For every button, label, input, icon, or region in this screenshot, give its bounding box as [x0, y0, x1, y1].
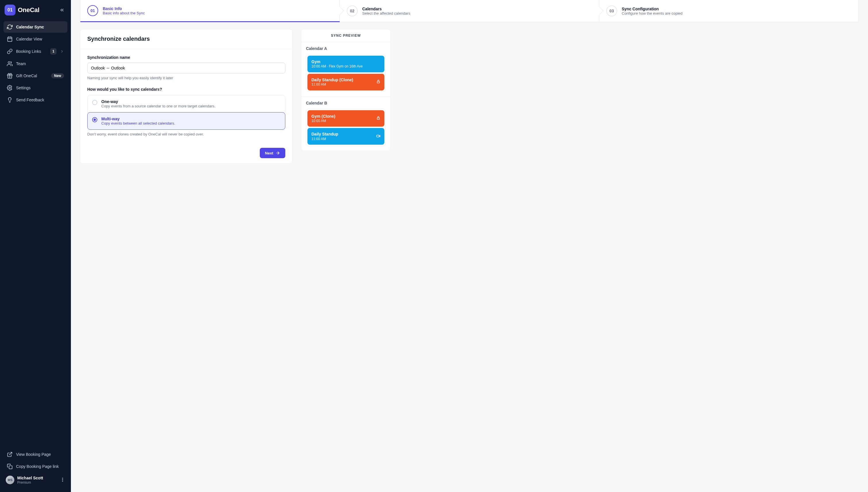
sidebar-nav: Calendar Sync Calendar View Booking Link… — [0, 21, 71, 446]
sidebar-item-booking-links[interactable]: Booking Links 1 — [3, 45, 68, 57]
preview-calendar-b: Calendar B Gym (Clone) 10:00 AM — [301, 96, 390, 151]
video-icon — [376, 134, 380, 139]
svg-line-8 — [9, 452, 12, 455]
brand-logo[interactable]: 01 OneCal — [5, 5, 39, 16]
sidebar-item-team[interactable]: Team — [3, 58, 68, 70]
event-subtitle: 11:00 AM — [312, 82, 353, 87]
user-plan: Premium — [17, 481, 57, 485]
preview-calendar-a: Calendar A Gym 10:00 AM · Flex Gym on 16… — [301, 42, 390, 96]
nav-label: Copy Booking Page link — [16, 464, 64, 469]
step-number: 01 — [87, 5, 98, 16]
collapse-sidebar-button[interactable] — [58, 6, 66, 14]
nav-label: View Booking Page — [16, 452, 64, 457]
event-title: Gym — [312, 59, 363, 64]
step-number: 02 — [347, 5, 358, 16]
form-card: Synchronize calendars Synchronization na… — [80, 29, 293, 164]
preview-event: Daily Standup 11:00 AM — [307, 128, 385, 145]
svg-point-10 — [62, 478, 63, 478]
more-vertical-icon[interactable] — [60, 477, 65, 483]
svg-point-11 — [62, 479, 63, 480]
calendar-icon — [7, 36, 13, 42]
event-subtitle: 11:00 AM — [312, 137, 338, 142]
step-calendars[interactable]: 02 Calendars Select the affected calenda… — [340, 0, 599, 22]
step-basic-info[interactable]: 01 Basic Info Basic info about the Sync — [80, 0, 340, 22]
svg-rect-16 — [377, 135, 379, 137]
nav-label: Send Feedback — [16, 98, 64, 102]
sync-mode-label: How would you like to sync calendars? — [87, 87, 285, 92]
stepper: 01 Basic Info Basic info about the Sync … — [80, 0, 859, 22]
brand-name: OneCal — [18, 6, 39, 14]
radio-icon — [92, 100, 97, 105]
svg-point-12 — [62, 481, 63, 482]
nav-label: Settings — [16, 85, 64, 90]
gear-icon — [7, 85, 13, 91]
event-subtitle: 10:00 AM — [312, 119, 335, 123]
step-number: 03 — [606, 5, 617, 16]
link-icon — [7, 49, 13, 54]
next-button[interactable]: Next — [260, 148, 285, 158]
svg-rect-14 — [377, 81, 379, 83]
radio-title: Multi-way — [101, 117, 175, 121]
preview-event: Daily Standup (Clone) 11:00 AM — [307, 73, 385, 91]
sync-icon — [7, 24, 13, 30]
sidebar-item-send-feedback[interactable]: Send Feedback — [3, 94, 68, 106]
sync-preview-card: SYNC PREVIEW Calendar A Gym 10:00 AM · F… — [301, 29, 391, 151]
sidebar-item-settings[interactable]: Settings — [3, 82, 68, 94]
calendar-label: Calendar A — [306, 46, 386, 51]
radio-multi-way[interactable]: Multi-way Copy events between all select… — [87, 112, 285, 130]
event-title: Gym (Clone) — [312, 114, 335, 119]
sync-name-input[interactable] — [87, 63, 285, 73]
nav-label: Calendar Sync — [16, 25, 64, 29]
radio-subtitle: Copy events between all selected calenda… — [101, 121, 175, 125]
lock-icon — [376, 116, 380, 121]
sync-mode-help: Don't worry, event clones created by One… — [87, 132, 285, 137]
svg-rect-0 — [8, 37, 12, 41]
button-label: Next — [265, 151, 273, 155]
radio-subtitle: Copy events from a source calendar to on… — [101, 104, 215, 108]
users-icon — [7, 61, 13, 67]
step-sync-configuration[interactable]: 03 Sync Configuration Configure how the … — [599, 0, 859, 22]
step-title: Sync Configuration — [622, 7, 683, 11]
card-title: Synchronize calendars — [87, 35, 285, 42]
user-name: Michael Scott — [17, 476, 57, 481]
step-subtitle: Basic info about the Sync — [103, 11, 145, 15]
main: 01 Basic Info Basic info about the Sync … — [71, 0, 868, 492]
event-title: Daily Standup — [312, 131, 338, 137]
nav-label: Calendar View — [16, 37, 64, 41]
nav-label: Gift OneCal — [16, 73, 48, 78]
sync-name-help: Naming your sync will help you easily id… — [87, 76, 285, 80]
preview-title: SYNC PREVIEW — [301, 29, 390, 42]
lightbulb-icon — [7, 97, 13, 103]
arrow-right-icon — [276, 151, 280, 155]
nav-badge-new: New — [51, 73, 64, 78]
sidebar-item-view-booking-page[interactable]: View Booking Page — [3, 449, 68, 460]
svg-rect-9 — [9, 466, 13, 469]
step-title: Calendars — [362, 7, 410, 11]
gift-icon — [7, 73, 13, 79]
step-title: Basic Info — [103, 6, 145, 11]
sync-name-label: Synchronization name — [87, 55, 285, 60]
nav-badge-count: 1 — [50, 48, 56, 54]
copy-icon — [7, 464, 13, 469]
nav-label: Booking Links — [16, 49, 47, 54]
sidebar-item-calendar-sync[interactable]: Calendar Sync — [3, 21, 68, 33]
radio-title: One-way — [101, 99, 215, 104]
step-subtitle: Select the affected calendars — [362, 11, 410, 16]
radio-one-way[interactable]: One-way Copy events from a source calend… — [87, 95, 285, 113]
sidebar: 01 OneCal Calendar Sync Calendar View — [0, 0, 71, 492]
brand-mark: 01 — [5, 5, 16, 16]
sidebar-item-copy-booking-link[interactable]: Copy Booking Page link — [3, 461, 68, 472]
calendar-label: Calendar B — [306, 101, 386, 105]
lock-icon — [376, 79, 380, 84]
sidebar-item-gift[interactable]: Gift OneCal New — [3, 70, 68, 81]
preview-event: Gym (Clone) 10:00 AM — [307, 110, 385, 127]
nav-label: Team — [16, 62, 64, 66]
user-menu[interactable]: MS Michael Scott Premium — [3, 473, 68, 487]
svg-point-7 — [9, 87, 10, 89]
preview-event: Gym 10:00 AM · Flex Gym on 16th Ave — [307, 56, 385, 72]
chevron-right-icon — [60, 49, 64, 53]
step-subtitle: Configure how the events are copied — [622, 11, 683, 16]
event-title: Daily Standup (Clone) — [312, 77, 353, 82]
avatar: MS — [6, 476, 14, 484]
sidebar-item-calendar-view[interactable]: Calendar View — [3, 33, 68, 45]
